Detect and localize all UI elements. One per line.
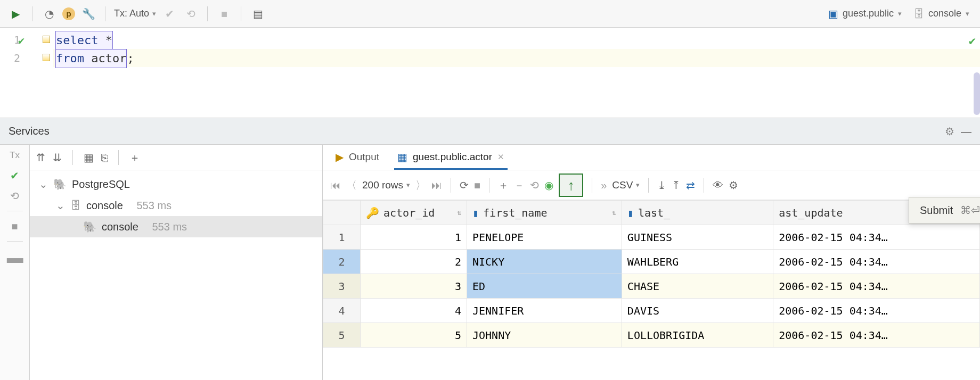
code-area[interactable]: select * from actor; ✔ bbox=[53, 28, 980, 118]
tx-mode-dropdown[interactable]: Tx: Auto ▾ bbox=[114, 8, 156, 19]
import-up-icon[interactable]: ⤒ bbox=[672, 180, 681, 191]
remove-row-icon[interactable]: － bbox=[514, 180, 525, 191]
stop-icon[interactable]: ■ bbox=[11, 221, 18, 232]
tree-node-postgresql[interactable]: ⌄ 🐘 PostgreSQL bbox=[30, 174, 322, 195]
table-row[interactable]: 3 3 ED CHASE 2006-02-15 04:34… bbox=[323, 274, 980, 299]
result-grid[interactable]: 🔑actor_id ⇅ ▮first_name ⇅ bbox=[323, 200, 980, 380]
cell-last-name[interactable]: CHASE bbox=[622, 274, 773, 299]
postgresql-icon: 🐘 bbox=[53, 179, 67, 189]
prev-page-icon[interactable]: 〈 bbox=[346, 180, 357, 191]
cell-actor-id[interactable]: 1 bbox=[361, 225, 467, 250]
cell-actor-id[interactable]: 2 bbox=[361, 250, 467, 274]
first-page-icon[interactable]: ⏮ bbox=[330, 180, 341, 191]
column-icon: ▮ bbox=[627, 208, 634, 218]
history-button[interactable]: ◔ bbox=[41, 6, 57, 22]
row-number: 4 bbox=[323, 299, 361, 323]
cell-first-name[interactable]: ED bbox=[467, 274, 622, 299]
cell-actor-id[interactable]: 3 bbox=[361, 274, 467, 299]
tab-output[interactable]: ▶ Output bbox=[332, 146, 382, 170]
key-icon: 🔑 bbox=[366, 208, 379, 218]
table-row[interactable]: 5 5 JOHNNY LOLLOBRIGIDA 2006-02-15 04:34… bbox=[323, 323, 980, 348]
chevron-down-icon: ⌄ bbox=[38, 178, 48, 191]
tree-node-console-child[interactable]: 🐘 console 553 ms bbox=[30, 216, 322, 237]
cell-last-update[interactable]: 2006-02-15 04:34… bbox=[773, 323, 980, 348]
profile-badge[interactable]: p bbox=[62, 7, 75, 20]
stop-icon[interactable]: ■ bbox=[474, 180, 480, 191]
export-down-icon[interactable]: ⤓ bbox=[657, 180, 666, 191]
cell-actor-id[interactable]: 5 bbox=[361, 323, 467, 348]
tooltip-text: Submit bbox=[920, 204, 953, 217]
check-icon[interactable]: ✔ bbox=[10, 170, 19, 181]
tab-label: Output bbox=[349, 151, 379, 163]
rows-count-dropdown[interactable]: 200 rows ▾ bbox=[362, 179, 410, 191]
reload-icon[interactable]: ⟳ bbox=[460, 180, 469, 191]
expand-all-icon[interactable]: ⇈ bbox=[36, 152, 45, 163]
result-panel: ▶ Output ▦ guest.public.actor ✕ ⏮ 〈 200 … bbox=[323, 145, 980, 380]
column-header-first-name[interactable]: ▮first_name ⇅ bbox=[467, 201, 622, 225]
inspection-ok-icon[interactable]: ✔ bbox=[969, 32, 976, 50]
result-tabs: ▶ Output ▦ guest.public.actor ✕ bbox=[323, 145, 980, 170]
commit-button[interactable]: ✔ bbox=[161, 6, 177, 22]
close-icon[interactable]: ✕ bbox=[497, 152, 504, 162]
table-row[interactable]: 2 2 NICKY WAHLBERG 2006-02-15 04:34… bbox=[323, 250, 980, 274]
eye-icon[interactable]: 👁 bbox=[713, 180, 723, 191]
table-row[interactable]: 1 1 PENELOPE GUINESS 2006-02-15 04:34… bbox=[323, 225, 980, 250]
rollback-icon[interactable]: ⟲ bbox=[10, 191, 19, 201]
console-selector[interactable]: 🗄 console ▾ bbox=[910, 8, 973, 19]
collapse-all-icon[interactable]: ⇊ bbox=[53, 152, 62, 163]
run-button[interactable]: ▶ bbox=[7, 6, 23, 22]
last-page-icon[interactable]: ⏭ bbox=[431, 180, 442, 191]
schema-selector[interactable]: ▣ guest.public ▾ bbox=[825, 8, 905, 19]
cell-actor-id[interactable]: 4 bbox=[361, 299, 467, 323]
cell-first-name[interactable]: PENELOPE bbox=[467, 225, 622, 250]
datasource-icon: 🗄 bbox=[70, 200, 81, 211]
sql-editor[interactable]: ✔ 1 2 select * from actor; ✔ bbox=[0, 28, 980, 118]
fold-marker-icon[interactable] bbox=[43, 54, 50, 61]
fold-marker-icon[interactable] bbox=[43, 36, 50, 43]
column-header-last-name[interactable]: ▮last_ bbox=[622, 201, 773, 225]
schema-icon: ▣ bbox=[828, 9, 838, 19]
cell-last-update[interactable]: 2006-02-15 04:34… bbox=[773, 250, 980, 274]
chevron-down-icon: ▾ bbox=[898, 10, 902, 18]
next-page-icon[interactable]: 〉 bbox=[415, 180, 426, 191]
cell-last-update[interactable]: 2006-02-15 04:34… bbox=[773, 299, 980, 323]
column-header-actor-id[interactable]: 🔑actor_id ⇅ bbox=[361, 201, 467, 225]
export-format-dropdown[interactable]: CSV ▾ bbox=[612, 179, 640, 191]
cell-last-update[interactable]: 2006-02-15 04:34… bbox=[773, 225, 980, 250]
preview-changes-icon[interactable]: ◉ bbox=[544, 180, 553, 191]
separator bbox=[241, 6, 241, 21]
explain-plan-button[interactable]: ▤ bbox=[250, 6, 266, 22]
new-tab-icon[interactable]: ⎘ bbox=[101, 152, 108, 163]
rollback-button[interactable]: ⟲ bbox=[183, 6, 199, 22]
layout-icon[interactable]: ▃▃ bbox=[7, 251, 23, 262]
cell-last-name[interactable]: DAVIS bbox=[622, 299, 773, 323]
gear-icon[interactable]: ⚙ bbox=[945, 126, 954, 137]
cell-first-name[interactable]: JOHNNY bbox=[467, 323, 622, 348]
minimize-icon[interactable]: — bbox=[961, 126, 971, 137]
compare-icon[interactable]: ⇄ bbox=[686, 180, 695, 191]
cell-first-name[interactable]: NICKY bbox=[467, 250, 622, 274]
services-tree[interactable]: ⌄ 🐘 PostgreSQL ⌄ 🗄 console 553 ms 🐘 cons… bbox=[30, 170, 322, 380]
cell-last-name[interactable]: LOLLOBRIGIDA bbox=[622, 323, 773, 348]
table-row[interactable]: 4 4 JENNIFER DAVIS 2006-02-15 04:34… bbox=[323, 299, 980, 323]
tab-actor-table[interactable]: ▦ guest.public.actor ✕ bbox=[394, 146, 508, 170]
gear-icon[interactable]: ⚙ bbox=[729, 180, 738, 191]
wrench-button[interactable]: 🔧 bbox=[80, 6, 96, 22]
cell-last-update[interactable]: 2006-02-15 04:34… bbox=[773, 274, 980, 299]
tx-badge[interactable]: Tx bbox=[10, 150, 20, 161]
scrollbar-thumb[interactable] bbox=[974, 72, 980, 115]
more-icon[interactable]: » bbox=[601, 180, 607, 191]
sort-icon[interactable]: ⇅ bbox=[457, 209, 461, 217]
stop-button[interactable]: ■ bbox=[216, 6, 232, 22]
sort-icon[interactable]: ⇅ bbox=[612, 209, 616, 217]
add-icon[interactable]: ＋ bbox=[129, 152, 140, 163]
add-row-icon[interactable]: ＋ bbox=[498, 180, 509, 191]
grid-icon[interactable]: ▦ bbox=[84, 152, 94, 163]
revert-icon[interactable]: ⟲ bbox=[530, 180, 539, 191]
submit-button[interactable]: ↑ bbox=[559, 174, 583, 197]
cell-last-name[interactable]: GUINESS bbox=[622, 225, 773, 250]
cell-last-name[interactable]: WAHLBERG bbox=[622, 250, 773, 274]
services-side-toolbar: Tx ✔ ⟲ ■ ▃▃ bbox=[0, 145, 30, 380]
tree-node-console[interactable]: ⌄ 🗄 console 553 ms bbox=[30, 195, 322, 216]
cell-first-name[interactable]: JENNIFER bbox=[467, 299, 622, 323]
